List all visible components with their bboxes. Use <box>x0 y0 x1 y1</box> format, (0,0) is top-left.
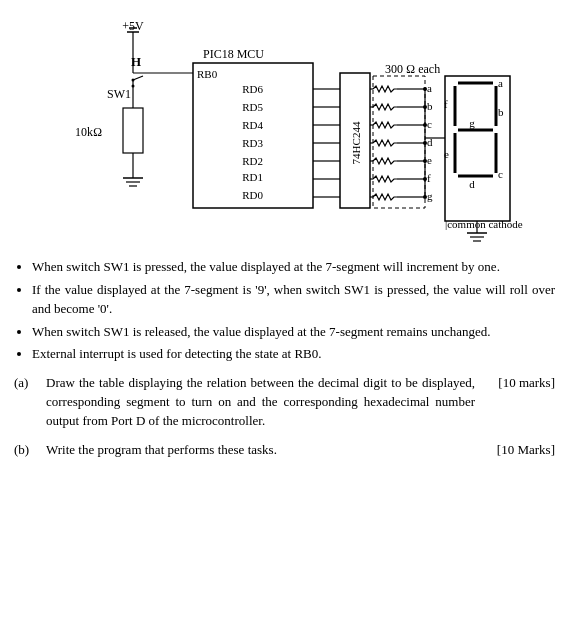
svg-rect-13 <box>123 108 143 153</box>
svg-text:c: c <box>427 118 432 130</box>
question-row-1: (b)Write the program that performs these… <box>14 441 555 460</box>
svg-text:RD4: RD4 <box>242 119 263 131</box>
bullet-item-2: When switch SW1 is released, the value d… <box>32 323 555 342</box>
bullet-item-3: External interrupt is used for detecting… <box>32 345 555 364</box>
svg-text:RD6: RD6 <box>242 83 263 95</box>
question-marks-1: [10 Marks] <box>475 441 555 460</box>
svg-text:+5V: +5V <box>122 19 144 33</box>
question-marks-0: [10 marks] <box>475 374 555 393</box>
svg-text:74HC244: 74HC244 <box>350 121 362 164</box>
svg-line-8 <box>133 76 143 80</box>
bullet-list: When switch SW1 is pressed, the value di… <box>32 258 555 364</box>
bullet-item-1: If the value displayed at the 7-segment … <box>32 281 555 319</box>
svg-text:g: g <box>469 117 475 129</box>
svg-text:e: e <box>444 148 449 160</box>
svg-text:e: e <box>427 154 432 166</box>
svg-text:b: b <box>427 100 433 112</box>
question-label-0: (a) <box>14 374 46 393</box>
question-label-1: (b) <box>14 441 46 460</box>
svg-text:RB0: RB0 <box>197 68 218 80</box>
svg-text:RD3: RD3 <box>242 137 263 149</box>
svg-text:|common cathode: |common cathode <box>445 218 523 230</box>
svg-text:RD5: RD5 <box>242 101 263 113</box>
svg-text:RD1: RD1 <box>242 171 263 183</box>
svg-text:a: a <box>427 82 432 94</box>
svg-text:g: g <box>427 190 433 202</box>
svg-text:a: a <box>498 77 503 89</box>
svg-text:10kΩ: 10kΩ <box>75 125 102 139</box>
questions-section: (a)Draw the table displaying the relatio… <box>14 374 555 459</box>
svg-text:f: f <box>444 98 448 110</box>
svg-text:d: d <box>469 178 475 190</box>
svg-text:300 Ω each: 300 Ω each <box>385 62 440 76</box>
diagram-container: +5V H SW1 10kΩ <box>14 18 555 248</box>
bullet-item-0: When switch SW1 is pressed, the value di… <box>32 258 555 277</box>
svg-text:c: c <box>498 168 503 180</box>
question-body-0: Draw the table displaying the relation b… <box>46 374 475 431</box>
circuit-diagram: +5V H SW1 10kΩ <box>45 18 525 248</box>
svg-text:SW1: SW1 <box>107 87 131 101</box>
svg-text:b: b <box>498 106 504 118</box>
svg-text:RD2: RD2 <box>242 155 263 167</box>
svg-text:PIC18 MCU: PIC18 MCU <box>203 47 264 61</box>
question-row-0: (a)Draw the table displaying the relatio… <box>14 374 555 431</box>
svg-text:d: d <box>427 136 433 148</box>
svg-text:f: f <box>427 172 431 184</box>
svg-text:RD0: RD0 <box>242 189 263 201</box>
svg-point-9 <box>131 79 134 82</box>
question-body-1: Write the program that performs these ta… <box>46 441 475 460</box>
